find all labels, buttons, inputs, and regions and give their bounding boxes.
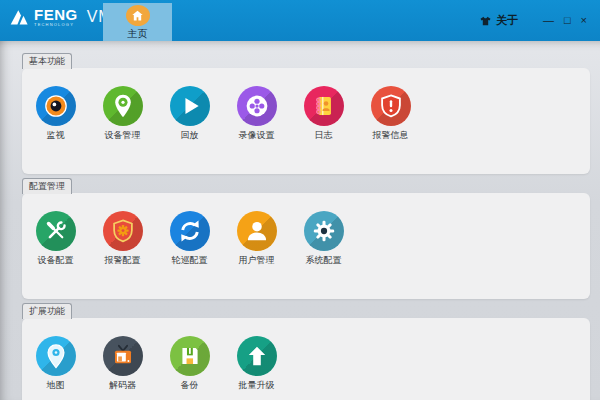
section-label: 配置管理	[22, 178, 72, 194]
tshirt-icon	[479, 15, 496, 27]
about-label: 关于	[496, 13, 518, 28]
feature-device-pin[interactable]: 设备管理	[89, 86, 156, 142]
feature-sync[interactable]: 轮巡配置	[156, 211, 223, 267]
about-button[interactable]: 关于	[479, 13, 518, 28]
feature-play[interactable]: 回放	[156, 86, 223, 142]
alert-shield-icon	[378, 93, 404, 119]
floppy-icon	[177, 343, 203, 369]
titlebar: FENG TECHNOLOGY VMS 主页 关于 — □ ×	[0, 0, 600, 41]
feature-logbook[interactable]: 日志	[290, 86, 357, 142]
map-pin-icon	[43, 343, 69, 369]
feature-label: 用户管理	[239, 254, 275, 267]
feng-logo-icon	[9, 7, 31, 27]
vms-window: FENG TECHNOLOGY VMS 主页 关于 — □ ×	[0, 0, 600, 400]
play-icon	[177, 93, 203, 119]
feature-label: 备份	[181, 379, 199, 392]
feature-shield-gear[interactable]: 报警配置	[89, 211, 156, 267]
feature-film-reel[interactable]: 录像设置	[223, 86, 290, 142]
function-section: 基本功能 监视 设备管理 回放 录像设置 日志 报警信息	[22, 50, 590, 174]
feature-user[interactable]: 用户管理	[223, 211, 290, 267]
camera-lens-icon	[43, 93, 69, 119]
feature-label: 地图	[47, 379, 65, 392]
tools-icon	[43, 218, 69, 244]
device-pin-icon	[110, 93, 136, 119]
section-panel: 设备配置 报警配置 轮巡配置 用户管理 系统配置	[22, 193, 590, 299]
brand-name: FENG	[34, 8, 78, 22]
tab-home[interactable]: 主页	[103, 3, 172, 41]
feature-floppy[interactable]: 备份	[156, 336, 223, 392]
feature-gear[interactable]: 系统配置	[290, 211, 357, 267]
tv-icon	[110, 343, 136, 369]
section-label: 扩展功能	[22, 303, 72, 319]
feature-label: 日志	[315, 129, 333, 142]
section-label: 基本功能	[22, 53, 72, 69]
feature-alert-shield[interactable]: 报警信息	[357, 86, 424, 142]
tab-home-label: 主页	[128, 27, 148, 41]
feature-label: 报警信息	[373, 129, 409, 142]
minimize-button[interactable]: —	[538, 0, 559, 41]
feature-tools[interactable]: 设备配置	[22, 211, 89, 267]
sync-icon	[177, 218, 203, 244]
brand-subtitle: TECHNOLOGY	[34, 22, 78, 27]
section-panel: 监视 设备管理 回放 录像设置 日志 报警信息	[22, 68, 590, 174]
feature-label: 解码器	[109, 379, 136, 392]
feature-tv[interactable]: 解码器	[89, 336, 156, 392]
function-section: 扩展功能 地图 解码器 备份 批量升级	[22, 300, 590, 400]
content-area: 基本功能 监视 设备管理 回放 录像设置 日志 报警信息 配置管理 设	[0, 41, 600, 400]
section-panel: 地图 解码器 备份 批量升级	[22, 318, 590, 400]
feature-label: 录像设置	[239, 129, 275, 142]
user-icon	[244, 218, 270, 244]
home-icon	[126, 5, 150, 26]
feature-label: 系统配置	[306, 254, 342, 267]
maximize-button[interactable]: □	[559, 0, 576, 41]
feature-label: 报警配置	[105, 254, 141, 267]
upload-arrow-icon	[244, 343, 270, 369]
function-section: 配置管理 设备配置 报警配置 轮巡配置 用户管理 系统配置	[22, 175, 590, 299]
feature-upload-arrow[interactable]: 批量升级	[223, 336, 290, 392]
gear-icon	[311, 218, 337, 244]
shield-gear-icon	[110, 218, 136, 244]
feature-label: 批量升级	[239, 379, 275, 392]
feature-label: 回放	[181, 129, 199, 142]
close-button[interactable]: ×	[576, 0, 592, 41]
film-reel-icon	[244, 93, 270, 119]
feature-map-pin[interactable]: 地图	[22, 336, 89, 392]
feature-label: 设备配置	[38, 254, 74, 267]
logbook-icon	[311, 93, 337, 119]
feature-label: 轮巡配置	[172, 254, 208, 267]
feature-label: 设备管理	[105, 129, 141, 142]
feature-camera-lens[interactable]: 监视	[22, 86, 89, 142]
feature-label: 监视	[47, 129, 65, 142]
